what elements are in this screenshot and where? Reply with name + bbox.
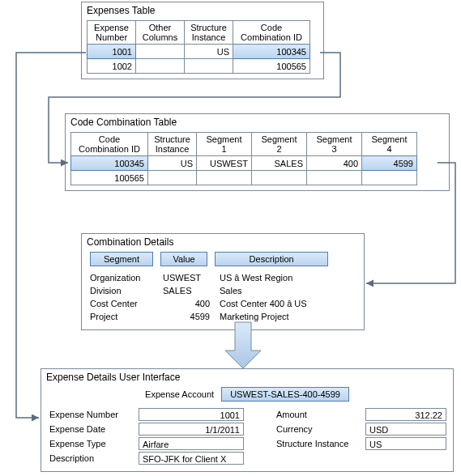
cd-r1-val: SALES xyxy=(163,284,220,297)
exp-h1: Other Columns xyxy=(136,21,185,45)
cc-r0-c0: 100345 xyxy=(71,156,148,171)
lf1-label: Expense Date xyxy=(49,424,139,434)
expenses-table-panel: Expenses Table Expense Number Other Colu… xyxy=(81,2,324,79)
combo-h1: Value xyxy=(160,252,207,266)
cd-r2-desc: Cost Center 400 â US xyxy=(220,297,307,310)
exp-r1-c3: 100565 xyxy=(233,59,310,74)
cd-r0-desc: US â West Region xyxy=(220,271,307,284)
rf0-label: Amount xyxy=(276,410,365,419)
cc-r1-c3 xyxy=(252,171,307,185)
exp-h3: Code Combination ID xyxy=(233,21,310,45)
cd-r3-desc: Marketing Project xyxy=(220,310,307,323)
table-row: 100345 US USWEST SALES 400 4599 xyxy=(71,156,417,171)
exp-r0-c3: 100345 xyxy=(233,45,310,59)
rf1-label: Currency xyxy=(276,424,365,434)
table-row: 100565 xyxy=(71,171,417,185)
combo-details-title: Combination Details xyxy=(82,234,364,250)
lf0-label: Expense Number xyxy=(49,410,139,419)
table-row: 1001 US 100345 xyxy=(88,45,310,59)
cc-table-panel: Code Combination Table Code Combination … xyxy=(65,113,450,191)
cc-r1-c4 xyxy=(307,171,362,185)
expenses-table: Expense Number Other Columns Structure I… xyxy=(87,20,310,74)
cc-table: Code Combination ID Structure Instance S… xyxy=(70,132,417,185)
exp-r1-c2 xyxy=(185,59,233,74)
table-row: 1002 100565 xyxy=(88,59,310,74)
connector-expno xyxy=(16,53,86,418)
rf0-value[interactable]: 312.22 xyxy=(365,408,446,421)
field-row: Currency USD xyxy=(276,423,446,436)
cc-h3: Segment 2 xyxy=(252,133,307,156)
exp-r0-c2: US xyxy=(185,45,233,59)
cc-table-title: Code Combination Table xyxy=(66,114,449,130)
field-row: Structure Instance US xyxy=(276,437,446,450)
field-row: Amount 312.22 xyxy=(276,408,446,421)
table-row: Cost Center 400 Cost Center 400 â US xyxy=(90,297,307,310)
cd-r1-seg: Division xyxy=(90,284,163,297)
field-row: Expense Type Airfare xyxy=(49,437,268,450)
expense-ui-panel: Expense Details User Interface Expense A… xyxy=(41,368,454,472)
cc-h0: Code Combination ID xyxy=(71,133,148,156)
cd-r3-seg: Project xyxy=(90,310,163,323)
cc-h5: Segment 4 xyxy=(362,133,417,156)
table-row: Project 4599 Marketing Project xyxy=(90,310,307,323)
rf1-value[interactable]: USD xyxy=(365,423,446,436)
table-row: Division SALES Sales xyxy=(90,284,307,297)
exp-r0-c1 xyxy=(136,45,185,59)
exp-r1-c1 xyxy=(136,59,185,74)
cd-r2-val: 400 xyxy=(163,297,220,310)
field-row: Expense Date 1/1/2011 xyxy=(49,423,268,436)
rf2-label: Structure Instance xyxy=(276,439,365,448)
combo-details-panel: Combination Details Segment Value Descri… xyxy=(81,233,365,330)
lf1-value[interactable]: 1/1/2011 xyxy=(139,423,244,436)
lf2-label: Expense Type xyxy=(49,439,139,448)
exp-r1-c0: 1002 xyxy=(88,59,136,74)
combo-h0: Segment xyxy=(90,252,153,266)
cd-r0-seg: Organization xyxy=(90,271,163,284)
cc-r0-c4: 400 xyxy=(307,156,362,171)
cd-r3-val: 4599 xyxy=(163,310,220,323)
lf0-value[interactable]: 1001 xyxy=(139,408,244,421)
field-row: Description SFO-JFK for Client X xyxy=(49,452,268,465)
lf3-value[interactable]: SFO-JFK for Client X xyxy=(139,452,244,465)
cc-h1: Structure Instance xyxy=(148,133,197,156)
cd-r0-val: USWEST xyxy=(163,271,220,284)
lf3-label: Description xyxy=(49,453,139,463)
cc-h4: Segment 3 xyxy=(307,133,362,156)
expense-account-value: USWEST-SALES-400-4599 xyxy=(221,387,349,402)
expenses-table-title: Expenses Table xyxy=(82,2,323,19)
table-row: Organization USWEST US â West Region xyxy=(90,271,307,284)
cc-r1-c2 xyxy=(197,171,252,185)
combo-h2: Description xyxy=(215,252,328,266)
exp-h0: Expense Number xyxy=(88,21,136,45)
field-row: Expense Number 1001 xyxy=(49,408,268,421)
cc-r0-c3: SALES xyxy=(252,156,307,171)
cc-r1-c5 xyxy=(362,171,417,185)
cc-r1-c0: 100565 xyxy=(71,171,148,185)
cc-r0-c5: 4599 xyxy=(362,156,417,171)
expense-ui-title: Expense Details User Interface xyxy=(41,369,453,385)
lf2-value[interactable]: Airfare xyxy=(139,437,244,450)
cc-h2: Segment 1 xyxy=(197,133,252,156)
expense-account-label: Expense Account xyxy=(145,389,214,399)
exp-h2: Structure Instance xyxy=(185,21,233,45)
cc-r0-c1: US xyxy=(148,156,197,171)
combo-details-table: Organization USWEST US â West Region Div… xyxy=(90,271,307,323)
cc-r1-c1 xyxy=(148,171,197,185)
cd-r1-desc: Sales xyxy=(220,284,307,297)
cd-r2-seg: Cost Center xyxy=(90,297,163,310)
cc-r0-c2: USWEST xyxy=(197,156,252,171)
rf2-value[interactable]: US xyxy=(365,437,446,450)
exp-r0-c0: 1001 xyxy=(88,45,136,59)
